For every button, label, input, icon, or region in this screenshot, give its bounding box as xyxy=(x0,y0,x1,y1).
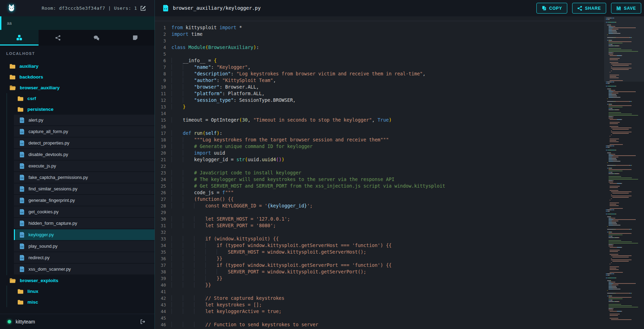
code-line: 31 let SERVER_PORT = '8080'; xyxy=(155,222,604,229)
folder-icon xyxy=(17,96,24,101)
logout-icon[interactable] xyxy=(139,319,145,325)
share-label: SHARE xyxy=(585,6,601,11)
code-line: 23 # JavaScript code to install keylogge… xyxy=(155,170,604,176)
tree-file-alert.py[interactable]: alert.py xyxy=(14,115,154,125)
code-line: 29 xyxy=(155,209,604,216)
file-label: keylogger.py xyxy=(28,232,54,237)
code-line: 15 timeout = OptInteger(30, "Timeout in … xyxy=(155,117,604,123)
code-line: 9 "author": "KittySploit Team", xyxy=(155,77,604,84)
editor-panel: browser_auxiliary/keylogger.py COPY SHAR… xyxy=(154,0,644,329)
python-file-icon xyxy=(20,129,25,134)
code-line: 7 "name": "Keylogger", xyxy=(155,64,604,71)
edit-room-icon[interactable] xyxy=(140,5,146,11)
tree-file-xss_dom_scanner.py[interactable]: xss_dom_scanner.py xyxy=(14,264,154,274)
code-line: 1from kittysploit import * xyxy=(155,24,604,31)
code-line: 38 SERVER_PORT = window.kittysploit.getS… xyxy=(155,269,604,275)
tree-folder-backdoors[interactable]: backdoors xyxy=(0,72,154,82)
sidebar-footer: kittyteam xyxy=(0,314,154,329)
code-line: 36 }} xyxy=(155,255,604,262)
share-nodes-icon xyxy=(55,35,61,41)
code-line: 32 xyxy=(155,229,604,236)
folder-label: csrf xyxy=(27,96,36,101)
folder-label: browser_exploits xyxy=(20,278,58,283)
tab-notes[interactable] xyxy=(116,30,154,46)
code-line: 6 __info__ = { xyxy=(155,57,604,64)
app: Room: df3cccb5e3f34af7 | Users: 1 aa xyxy=(0,0,644,329)
share-button[interactable]: SHARE xyxy=(572,3,606,14)
code-line: 43 let keystrokes = []; xyxy=(155,302,604,308)
tree-indent-guide xyxy=(7,286,7,307)
minimap[interactable] xyxy=(604,16,644,329)
tree-folder-persistence[interactable]: persistence xyxy=(0,104,154,115)
python-file-icon xyxy=(20,175,25,180)
open-folder-icon xyxy=(9,85,16,90)
code-line: 34 if (typeof window.kittysploit.getServ… xyxy=(155,242,604,249)
code-line: 13 } xyxy=(155,104,604,110)
folder-label: persistence xyxy=(27,107,53,112)
code-editor[interactable]: 1from kittysploit import *2import time34… xyxy=(155,21,604,329)
tree-file-get_cookies.py[interactable]: get_cookies.py xyxy=(14,206,154,217)
code-line: 22 xyxy=(155,163,604,170)
cubes-icon xyxy=(16,35,22,41)
folder-label: browser_auxiliary xyxy=(20,85,60,90)
file-tree: auxiliarybackdoorsbrowser_auxiliarycsrfp… xyxy=(0,61,154,307)
python-file-icon xyxy=(20,266,25,272)
code-line: 18 """Log keystrokes from the target bro… xyxy=(155,137,604,143)
folder-icon xyxy=(9,64,16,69)
tree-file-redirect.py[interactable]: redirect.py xyxy=(14,252,154,263)
tree-folder-auxiliary[interactable]: auxiliary xyxy=(0,61,154,72)
team-name: kittyteam xyxy=(16,319,35,324)
code-line: 33 if (window.kittysploit) {{ xyxy=(155,236,604,242)
tree-file-keylogger.py[interactable]: keylogger.py xyxy=(14,229,154,240)
python-file-icon xyxy=(20,255,25,261)
code-line: 41 xyxy=(155,288,604,295)
code-line: 27 (function() {{ xyxy=(155,196,604,203)
folder-label: misc xyxy=(27,299,38,305)
python-file-icon xyxy=(20,244,25,249)
tree-file-disable_devtools.py[interactable]: disable_devtools.py xyxy=(14,149,154,160)
file-label: redirect.py xyxy=(28,255,50,260)
code-line: 24 # The keylogger will send keystrokes … xyxy=(155,176,604,183)
tree-file-capture_all_form.py[interactable]: capture_all_form.py xyxy=(14,126,154,137)
code-line: 26 code_js = f""" xyxy=(155,189,604,196)
python-file-icon xyxy=(20,221,25,226)
chat-bubbles-icon xyxy=(93,35,100,41)
folder-icon xyxy=(9,75,16,80)
file-label: find_similar_sessions.py xyxy=(28,186,77,191)
kitty-logo-icon xyxy=(8,4,15,12)
open-folder-icon xyxy=(9,278,16,283)
code-line: 16 xyxy=(155,123,604,130)
code-line: 4class Module(BrowserAuxiliary): xyxy=(155,44,604,51)
tab-chat[interactable] xyxy=(77,30,116,46)
file-label: fake_captcha_permissions.py xyxy=(28,175,88,180)
tree-file-play_sound.py[interactable]: play_sound.py xyxy=(14,241,154,252)
file-label: disable_devtools.py xyxy=(28,152,68,157)
copy-button[interactable]: COPY xyxy=(536,3,567,14)
code-line: 46 // Function to send keystrokes to ser… xyxy=(155,321,604,328)
tab-network[interactable] xyxy=(39,30,77,46)
tab-modules[interactable] xyxy=(0,30,39,46)
tree-folder-linux[interactable]: linux xyxy=(0,286,154,297)
folder-label: auxiliary xyxy=(19,64,39,69)
tree-folder-misc[interactable]: misc xyxy=(0,297,154,307)
python-file-icon xyxy=(20,198,25,203)
tree-folder-browser_auxiliary[interactable]: browser_auxiliary xyxy=(0,82,154,93)
editor-actions: COPY SHARE SAVE xyxy=(536,3,641,14)
code-line: 3 xyxy=(155,38,604,44)
tree-file-hidden_form_capture.py[interactable]: hidden_form_capture.py xyxy=(14,218,154,229)
tree-file-generate_fingerprint.py[interactable]: generate_fingerprint.py xyxy=(14,195,154,206)
file-label: xss_dom_scanner.py xyxy=(28,266,71,272)
code-line: 10 "browser": Browser.ALL, xyxy=(155,84,604,90)
file-label: execute_js.py xyxy=(28,163,56,168)
file-label: generate_fingerprint.py xyxy=(28,198,75,203)
tree-file-fake_captcha_permissions.py[interactable]: fake_captcha_permissions.py xyxy=(14,172,154,183)
tree-file-execute_js.py[interactable]: execute_js.py xyxy=(14,161,154,171)
sidebar: Room: df3cccb5e3f34af7 | Users: 1 aa xyxy=(0,0,154,329)
tree-folder-csrf[interactable]: csrf xyxy=(0,93,154,104)
sidebar-tabs xyxy=(0,30,154,46)
tree-file-find_similar_sessions.py[interactable]: find_similar_sessions.py xyxy=(14,183,154,194)
tree-file-detect_properties.py[interactable]: detect_properties.py xyxy=(14,138,154,148)
tree-folder-browser_exploits[interactable]: browser_exploits xyxy=(0,275,154,286)
save-label: SAVE xyxy=(624,6,636,11)
save-button[interactable]: SAVE xyxy=(611,3,641,14)
